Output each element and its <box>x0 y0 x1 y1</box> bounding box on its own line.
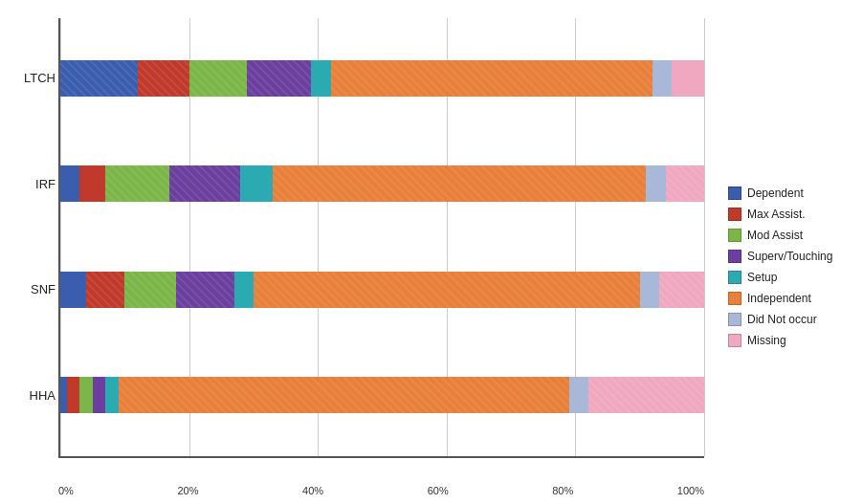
bar-row: LTCH <box>60 55 704 101</box>
legend-label: Did Not occur <box>747 313 817 326</box>
bar-segment-independent <box>331 60 653 97</box>
bar-segment-superv-touching <box>176 272 234 308</box>
x-axis-label: 20% <box>177 485 198 496</box>
bar-segment-mod-assist <box>79 377 92 413</box>
bar-segment-did-not-occur <box>646 165 665 202</box>
bar-segment-superv-touching <box>169 165 240 202</box>
bar-row-label: SNF <box>8 282 55 296</box>
bar-row: SNF <box>60 267 704 313</box>
legend-swatch <box>728 208 741 221</box>
x-axis-label: 60% <box>428 485 449 496</box>
chart-container: LTCHIRFSNFHHA 0%20%40%60%80%100% Depende… <box>11 9 852 496</box>
legend-item-mod-assist: Mod Assist <box>728 229 852 242</box>
legend-label: Setup <box>747 271 777 284</box>
bar-segment-dependent <box>60 272 86 308</box>
rows-container: LTCHIRFSNFHHA <box>60 18 704 456</box>
x-axis-label: 100% <box>677 485 704 496</box>
bar-segment-did-not-occur <box>640 272 659 308</box>
bar-track <box>60 60 704 97</box>
legend-swatch <box>728 313 741 326</box>
bar-segment-dependent <box>60 60 138 97</box>
bar-segment-setup <box>105 377 118 413</box>
legend-swatch <box>728 250 741 263</box>
bar-segment-max-assist- <box>86 272 124 308</box>
legend-swatch <box>728 229 741 242</box>
legend-item-setup: Setup <box>728 271 852 284</box>
bar-segment-superv-touching <box>247 60 311 97</box>
legend-swatch <box>728 292 741 305</box>
x-axis-label: 80% <box>552 485 573 496</box>
bar-segment-did-not-occur <box>569 377 588 413</box>
legend-item-superv-touching: Superv/Touching <box>728 250 852 263</box>
bar-segment-max-assist- <box>138 60 189 97</box>
bar-segment-independent <box>254 272 640 308</box>
legend: DependentMax Assist.Mod AssistSuperv/Tou… <box>714 9 852 496</box>
bar-row: IRF <box>60 161 704 207</box>
gridline <box>704 18 705 456</box>
legend-label: Superv/Touching <box>747 250 832 263</box>
bar-segment-missing <box>666 165 704 202</box>
bar-segment-independent <box>119 377 569 413</box>
legend-swatch <box>728 334 741 347</box>
x-axis-labels: 0%20%40%60%80%100% <box>58 485 704 496</box>
legend-item-max-assist-: Max Assist. <box>728 208 852 221</box>
legend-item-missing: Missing <box>728 334 852 347</box>
legend-item-independent: Independent <box>728 292 852 305</box>
bar-segment-did-not-occur <box>653 60 672 97</box>
bar-row: HHA <box>60 372 704 418</box>
chart-area: LTCHIRFSNFHHA 0%20%40%60%80%100% <box>11 9 714 496</box>
bar-segment-dependent <box>60 377 67 413</box>
x-axis-label: 40% <box>302 485 323 496</box>
bar-segment-max-assist- <box>67 377 79 413</box>
legend-swatch <box>728 271 741 284</box>
bar-segment-mod-assist <box>189 60 248 97</box>
legend-swatch <box>728 186 741 200</box>
bar-track <box>60 272 704 308</box>
legend-item-dependent: Dependent <box>728 186 852 200</box>
bar-segment-dependent <box>60 165 79 202</box>
legend-item-did-not-occur: Did Not occur <box>728 313 852 326</box>
legend-label: Dependent <box>747 186 804 200</box>
bar-segment-setup <box>311 60 330 97</box>
bar-segment-missing <box>588 377 704 413</box>
chart-inner: LTCHIRFSNFHHA <box>58 18 704 458</box>
bar-segment-independent <box>273 165 646 202</box>
bar-segment-mod-assist <box>124 272 176 308</box>
bar-segment-setup <box>234 272 254 308</box>
x-axis-label: 0% <box>58 485 74 496</box>
bar-row-label: IRF <box>8 177 55 191</box>
bar-track <box>60 377 704 413</box>
bar-segment-superv-touching <box>93 377 105 413</box>
bar-segment-max-assist- <box>79 165 105 202</box>
bar-segment-mod-assist <box>105 165 169 202</box>
legend-label: Mod Assist <box>747 229 803 242</box>
bar-segment-missing <box>659 272 704 308</box>
bar-row-label: HHA <box>8 388 55 403</box>
legend-label: Max Assist. <box>747 208 806 221</box>
bar-row-label: LTCH <box>8 71 55 85</box>
legend-label: Independent <box>747 292 811 305</box>
bar-segment-setup <box>240 165 273 202</box>
bar-segment-missing <box>672 60 704 97</box>
legend-label: Missing <box>747 334 786 347</box>
bar-track <box>60 165 704 202</box>
